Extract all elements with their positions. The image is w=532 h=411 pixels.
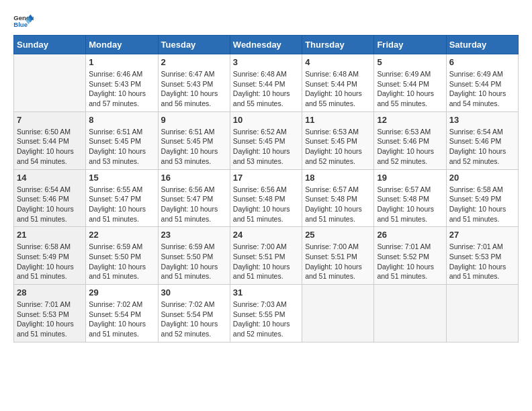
calendar-cell: 3Sunrise: 6:48 AM Sunset: 5:44 PM Daylig… xyxy=(230,54,302,112)
day-info: Sunrise: 6:59 AM Sunset: 5:50 PM Dayligh… xyxy=(161,242,227,281)
day-number: 10 xyxy=(233,115,299,125)
week-row-1: 1Sunrise: 6:46 AM Sunset: 5:43 PM Daylig… xyxy=(14,54,519,112)
calendar-cell xyxy=(374,285,446,342)
day-info: Sunrise: 7:02 AM Sunset: 5:54 PM Dayligh… xyxy=(161,300,227,339)
day-info: Sunrise: 6:54 AM Sunset: 5:46 PM Dayligh… xyxy=(449,127,515,167)
calendar-cell: 25Sunrise: 7:00 AM Sunset: 5:51 PM Dayli… xyxy=(302,227,374,285)
day-number: 13 xyxy=(449,115,515,125)
day-number: 26 xyxy=(377,230,443,240)
day-number: 1 xyxy=(89,57,154,67)
day-info: Sunrise: 6:51 AM Sunset: 5:45 PM Dayligh… xyxy=(161,127,227,167)
header: General Blue xyxy=(13,13,519,28)
calendar-cell: 12Sunrise: 6:53 AM Sunset: 5:46 PM Dayli… xyxy=(374,111,446,169)
day-number: 5 xyxy=(377,57,443,67)
day-info: Sunrise: 6:59 AM Sunset: 5:50 PM Dayligh… xyxy=(89,242,154,281)
calendar-cell: 30Sunrise: 7:02 AM Sunset: 5:54 PM Dayli… xyxy=(158,285,230,342)
day-info: Sunrise: 6:48 AM Sunset: 5:44 PM Dayligh… xyxy=(305,69,371,109)
day-number: 22 xyxy=(89,230,154,240)
day-number: 29 xyxy=(89,287,154,298)
calendar-cell: 13Sunrise: 6:54 AM Sunset: 5:46 PM Dayli… xyxy=(446,111,518,169)
day-number: 2 xyxy=(161,57,227,67)
day-info: Sunrise: 6:51 AM Sunset: 5:45 PM Dayligh… xyxy=(89,127,154,167)
weekday-header-monday: Monday xyxy=(86,36,158,54)
day-number: 14 xyxy=(17,173,83,183)
day-info: Sunrise: 6:53 AM Sunset: 5:45 PM Dayligh… xyxy=(305,127,371,167)
calendar-cell: 11Sunrise: 6:53 AM Sunset: 5:45 PM Dayli… xyxy=(302,111,374,169)
calendar-cell: 9Sunrise: 6:51 AM Sunset: 5:45 PM Daylig… xyxy=(158,111,230,169)
day-info: Sunrise: 6:52 AM Sunset: 5:45 PM Dayligh… xyxy=(233,127,299,167)
weekday-header-thursday: Thursday xyxy=(302,36,374,54)
calendar-header: SundayMondayTuesdayWednesdayThursdayFrid… xyxy=(14,36,519,54)
calendar-cell: 27Sunrise: 7:01 AM Sunset: 5:53 PM Dayli… xyxy=(446,227,518,285)
calendar-cell: 31Sunrise: 7:03 AM Sunset: 5:55 PM Dayli… xyxy=(230,285,302,342)
day-info: Sunrise: 6:50 AM Sunset: 5:44 PM Dayligh… xyxy=(17,127,83,167)
day-info: Sunrise: 7:00 AM Sunset: 5:51 PM Dayligh… xyxy=(305,242,371,281)
calendar-cell: 5Sunrise: 6:49 AM Sunset: 5:44 PM Daylig… xyxy=(374,54,446,112)
week-row-4: 21Sunrise: 6:58 AM Sunset: 5:49 PM Dayli… xyxy=(14,227,519,285)
calendar-cell: 24Sunrise: 7:00 AM Sunset: 5:51 PM Dayli… xyxy=(230,227,302,285)
calendar-cell: 17Sunrise: 6:56 AM Sunset: 5:48 PM Dayli… xyxy=(230,169,302,227)
calendar-cell: 4Sunrise: 6:48 AM Sunset: 5:44 PM Daylig… xyxy=(302,54,374,112)
calendar-body: 1Sunrise: 6:46 AM Sunset: 5:43 PM Daylig… xyxy=(14,54,519,342)
day-number: 15 xyxy=(89,173,154,183)
day-number: 24 xyxy=(233,230,299,240)
calendar-cell: 26Sunrise: 7:01 AM Sunset: 5:52 PM Dayli… xyxy=(374,227,446,285)
day-number: 3 xyxy=(233,57,299,67)
weekday-header-saturday: Saturday xyxy=(446,36,518,54)
day-info: Sunrise: 6:53 AM Sunset: 5:46 PM Dayligh… xyxy=(377,127,443,167)
weekday-header-tuesday: Tuesday xyxy=(158,36,230,54)
day-info: Sunrise: 6:57 AM Sunset: 5:48 PM Dayligh… xyxy=(305,185,371,224)
day-number: 9 xyxy=(161,115,227,125)
svg-text:Blue: Blue xyxy=(13,21,28,28)
day-info: Sunrise: 6:48 AM Sunset: 5:44 PM Dayligh… xyxy=(233,69,299,109)
day-info: Sunrise: 7:01 AM Sunset: 5:53 PM Dayligh… xyxy=(449,242,515,281)
day-number: 12 xyxy=(377,115,443,125)
day-number: 6 xyxy=(449,57,515,67)
day-info: Sunrise: 6:54 AM Sunset: 5:46 PM Dayligh… xyxy=(17,185,83,224)
day-number: 16 xyxy=(161,173,227,183)
day-info: Sunrise: 6:49 AM Sunset: 5:44 PM Dayligh… xyxy=(449,69,515,109)
day-info: Sunrise: 6:47 AM Sunset: 5:43 PM Dayligh… xyxy=(161,69,227,109)
calendar-cell: 16Sunrise: 6:56 AM Sunset: 5:47 PM Dayli… xyxy=(158,169,230,227)
day-info: Sunrise: 7:02 AM Sunset: 5:54 PM Dayligh… xyxy=(89,300,154,339)
calendar-cell: 28Sunrise: 7:01 AM Sunset: 5:53 PM Dayli… xyxy=(14,285,86,342)
calendar-cell: 23Sunrise: 6:59 AM Sunset: 5:50 PM Dayli… xyxy=(158,227,230,285)
day-number: 18 xyxy=(305,173,371,183)
day-number: 25 xyxy=(305,230,371,240)
calendar-cell: 22Sunrise: 6:59 AM Sunset: 5:50 PM Dayli… xyxy=(86,227,158,285)
calendar-cell: 18Sunrise: 6:57 AM Sunset: 5:48 PM Dayli… xyxy=(302,169,374,227)
day-number: 7 xyxy=(17,115,83,125)
day-number: 30 xyxy=(161,287,227,298)
day-number: 27 xyxy=(449,230,515,240)
day-number: 21 xyxy=(17,230,83,240)
day-info: Sunrise: 7:01 AM Sunset: 5:52 PM Dayligh… xyxy=(377,242,443,281)
day-info: Sunrise: 6:55 AM Sunset: 5:47 PM Dayligh… xyxy=(89,185,154,224)
calendar-cell: 6Sunrise: 6:49 AM Sunset: 5:44 PM Daylig… xyxy=(446,54,518,112)
calendar-cell xyxy=(446,285,518,342)
logo: General Blue xyxy=(13,13,34,28)
day-info: Sunrise: 6:58 AM Sunset: 5:49 PM Dayligh… xyxy=(17,242,83,281)
day-info: Sunrise: 6:57 AM Sunset: 5:48 PM Dayligh… xyxy=(377,185,443,224)
weekday-header-wednesday: Wednesday xyxy=(230,36,302,54)
day-number: 28 xyxy=(17,287,83,298)
weekday-header-row: SundayMondayTuesdayWednesdayThursdayFrid… xyxy=(14,36,519,54)
day-info: Sunrise: 7:01 AM Sunset: 5:53 PM Dayligh… xyxy=(17,300,83,339)
calendar-cell: 20Sunrise: 6:58 AM Sunset: 5:49 PM Dayli… xyxy=(446,169,518,227)
calendar-cell: 7Sunrise: 6:50 AM Sunset: 5:44 PM Daylig… xyxy=(14,111,86,169)
weekday-header-sunday: Sunday xyxy=(14,36,86,54)
day-number: 19 xyxy=(377,173,443,183)
calendar-cell: 10Sunrise: 6:52 AM Sunset: 5:45 PM Dayli… xyxy=(230,111,302,169)
calendar-cell xyxy=(14,54,86,112)
day-info: Sunrise: 6:49 AM Sunset: 5:44 PM Dayligh… xyxy=(377,69,443,109)
day-number: 17 xyxy=(233,173,299,183)
calendar-cell: 14Sunrise: 6:54 AM Sunset: 5:46 PM Dayli… xyxy=(14,169,86,227)
calendar-cell: 29Sunrise: 7:02 AM Sunset: 5:54 PM Dayli… xyxy=(86,285,158,342)
day-number: 11 xyxy=(305,115,371,125)
day-info: Sunrise: 7:00 AM Sunset: 5:51 PM Dayligh… xyxy=(233,242,299,281)
day-info: Sunrise: 6:46 AM Sunset: 5:43 PM Dayligh… xyxy=(89,69,154,109)
calendar-cell: 15Sunrise: 6:55 AM Sunset: 5:47 PM Dayli… xyxy=(86,169,158,227)
calendar-cell: 8Sunrise: 6:51 AM Sunset: 5:45 PM Daylig… xyxy=(86,111,158,169)
week-row-3: 14Sunrise: 6:54 AM Sunset: 5:46 PM Dayli… xyxy=(14,169,519,227)
day-number: 20 xyxy=(449,173,515,183)
day-info: Sunrise: 6:58 AM Sunset: 5:49 PM Dayligh… xyxy=(449,185,515,224)
